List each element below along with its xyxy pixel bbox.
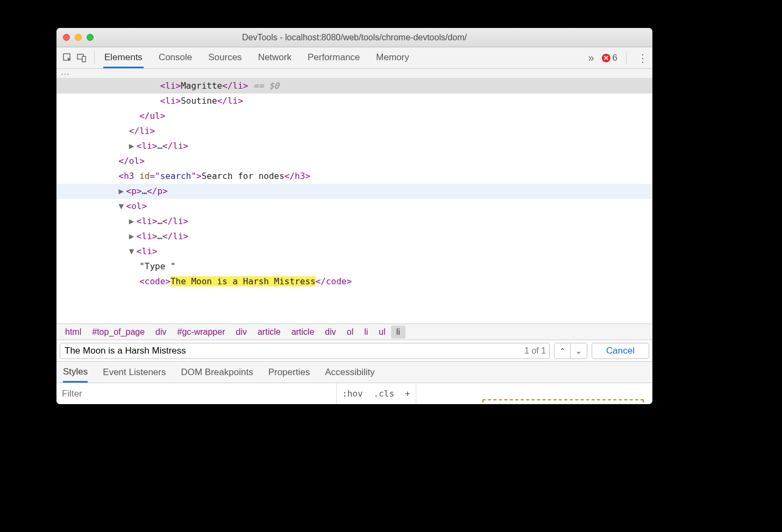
dom-node[interactable]: ▶<p>…</p> <box>56 184 652 199</box>
breadcrumb-item[interactable]: div <box>231 326 252 339</box>
dom-node[interactable]: ▶<li>…</li> <box>56 139 652 154</box>
inspect-icon[interactable] <box>61 51 75 65</box>
breadcrumb-item[interactable]: html <box>60 326 87 339</box>
breadcrumb-item[interactable]: li <box>359 326 373 339</box>
styles-buttons: :hov .cls + <box>336 383 416 404</box>
tab-network[interactable]: Network <box>257 48 293 68</box>
breadcrumb-item[interactable]: ul <box>373 326 390 339</box>
overflow-icon[interactable]: » <box>588 52 594 64</box>
dom-node[interactable]: </li> <box>56 124 652 139</box>
next-match-button[interactable]: ⌄ <box>571 343 587 358</box>
tab-console[interactable]: Console <box>158 48 193 68</box>
titlebar: DevTools - localhost:8080/web/tools/chro… <box>56 28 652 47</box>
search-count: 1 of 1 <box>524 346 549 356</box>
tab-elements[interactable]: Elements <box>103 48 144 68</box>
traffic-lights <box>63 34 94 41</box>
styles-pane <box>416 383 652 404</box>
svg-rect-2 <box>82 56 86 62</box>
dom-node[interactable]: </ul> <box>56 109 652 124</box>
breadcrumb-item[interactable]: #gc-wrapper <box>172 326 231 339</box>
error-badge[interactable]: ✕ 6 <box>602 53 617 63</box>
dom-node[interactable]: </ol> <box>56 154 652 169</box>
tab-memory[interactable]: Memory <box>375 48 410 68</box>
window-title: DevTools - localhost:8080/web/tools/chro… <box>56 33 652 42</box>
breadcrumb-item[interactable]: div <box>150 326 172 339</box>
search-input[interactable] <box>60 346 524 356</box>
separator <box>626 52 627 64</box>
subtab-accessibility[interactable]: Accessibility <box>325 363 375 382</box>
styles-toolbar: :hov .cls + <box>56 383 652 404</box>
dom-node[interactable]: <li>Soutine</li> <box>56 94 652 109</box>
sidebar-tabs: StylesEvent ListenersDOM BreakpointsProp… <box>56 361 652 383</box>
dom-node[interactable]: ▶<li>…</li> <box>56 229 652 244</box>
breadcrumbs: html#top_of_pagediv#gc-wrapperdivarticle… <box>56 323 652 340</box>
sub-toolbar[interactable]: ⋯ <box>56 69 652 78</box>
error-count: 6 <box>613 53 617 63</box>
main-toolbar: ElementsConsoleSourcesNetworkPerformance… <box>56 47 652 69</box>
dom-node[interactable]: <li>Magritte</li> == $0 <box>56 78 652 94</box>
cancel-button[interactable]: Cancel <box>592 343 649 359</box>
breadcrumb-item[interactable]: #top_of_page <box>87 326 150 339</box>
menu-icon[interactable]: ⋮ <box>637 52 648 64</box>
minimize-icon[interactable] <box>75 34 82 41</box>
search-nav: ⌃ ⌄ <box>554 343 587 359</box>
new-rule-button[interactable]: + <box>400 389 416 399</box>
search-bar: 1 of 1 ⌃ ⌄ Cancel <box>56 340 652 361</box>
prev-match-button[interactable]: ⌃ <box>554 343 571 358</box>
dom-node[interactable]: <h3 id="search">Search for nodes</h3> <box>56 169 652 184</box>
tab-sources[interactable]: Sources <box>207 48 243 68</box>
tab-performance[interactable]: Performance <box>307 48 361 68</box>
breadcrumb-item[interactable]: article <box>286 326 320 339</box>
devtools-window: DevTools - localhost:8080/web/tools/chro… <box>56 28 652 404</box>
box-model-preview <box>482 399 644 402</box>
dom-node[interactable]: <code>The Moon is a Harsh Mistress</code… <box>56 274 652 289</box>
panel-tabs: ElementsConsoleSourcesNetworkPerformance… <box>103 48 410 68</box>
error-icon: ✕ <box>602 54 610 62</box>
cls-button[interactable]: .cls <box>368 389 400 399</box>
subtab-styles[interactable]: Styles <box>63 362 88 383</box>
dom-node[interactable]: ▼<li> <box>56 244 652 259</box>
subtab-properties[interactable]: Properties <box>268 363 310 382</box>
breadcrumb-item[interactable]: div <box>319 326 341 339</box>
dom-tree[interactable]: <li>Magritte</li> == $0 <li>Soutine</li>… <box>56 78 652 323</box>
close-icon[interactable] <box>63 34 70 41</box>
breadcrumb-item[interactable]: ol <box>342 326 359 339</box>
subtab-dom-breakpoints[interactable]: DOM Breakpoints <box>181 363 253 382</box>
device-toggle-icon[interactable] <box>75 51 89 65</box>
zoom-icon[interactable] <box>87 34 94 41</box>
dom-node[interactable]: ▼<ol> <box>56 199 652 214</box>
breadcrumb-item[interactable]: li <box>391 326 406 339</box>
dom-node[interactable]: ▶<li>…</li> <box>56 214 652 229</box>
subtab-event-listeners[interactable]: Event Listeners <box>103 363 166 382</box>
dom-node[interactable]: "Type " <box>56 259 652 274</box>
search-box: 1 of 1 <box>60 343 550 359</box>
breadcrumb-item[interactable]: article <box>252 326 286 339</box>
styles-filter-input[interactable] <box>56 383 336 404</box>
hov-button[interactable]: :hov <box>337 389 368 399</box>
separator <box>94 52 95 64</box>
